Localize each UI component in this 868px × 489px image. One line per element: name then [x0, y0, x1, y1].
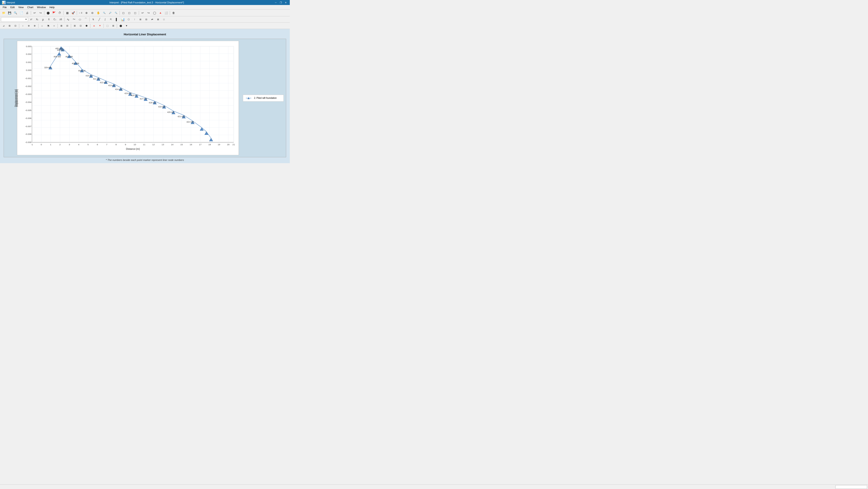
svg-text:6: 6: [97, 143, 98, 146]
tb3-17[interactable]: ⬚: [104, 23, 110, 28]
restore-button[interactable]: ❐: [278, 1, 283, 4]
svg-text:4: 4: [78, 143, 80, 146]
menu-file[interactable]: File: [1, 5, 9, 9]
tb3-5[interactable]: ⊗: [26, 23, 31, 28]
tb3-6[interactable]: ⊕: [32, 23, 37, 28]
svg-text:15: 15: [180, 143, 183, 146]
tb-grid[interactable]: ▦: [64, 10, 70, 16]
tb3-13[interactable]: ⊡: [78, 23, 83, 28]
tb3-18[interactable]: ⊞: [111, 23, 116, 28]
tb-cu[interactable]: Cᵤ: [52, 17, 58, 22]
tb-rect[interactable]: ⬜: [163, 10, 169, 16]
tb-zoom-win[interactable]: 🔍: [101, 10, 107, 16]
tb-select1[interactable]: ◻: [121, 10, 126, 16]
tb-x-icon[interactable]: x²: [29, 17, 34, 22]
tb3-11[interactable]: ⊟: [64, 23, 70, 28]
tb3-7[interactable]: ⌂: [39, 23, 45, 28]
tb-disp[interactable]: ⇅: [91, 17, 96, 22]
tb-wave2[interactable]: 〜: [71, 17, 77, 22]
tb3-8[interactable]: ⬔: [45, 23, 51, 28]
title-bar: 📊 Interpret Interpret - [Piled Raft Foun…: [0, 0, 290, 5]
sep-2: [44, 11, 44, 15]
tb-open[interactable]: 📁: [1, 10, 6, 16]
tb3-15[interactable]: 🔺: [91, 23, 97, 28]
menu-chart[interactable]: Chart: [25, 5, 35, 9]
tb3-9[interactable]: ⟢: [51, 23, 57, 28]
tb-zoom-out[interactable]: ⊖: [90, 10, 95, 16]
tb-print-preview[interactable]: 📄: [19, 10, 24, 16]
tb-pm6[interactable]: ±6: [58, 17, 63, 22]
tb-bar[interactable]: ▌: [114, 17, 120, 22]
style-dropdown[interactable]: ▼: [1, 17, 28, 22]
tb-undo[interactable]: ↩: [32, 10, 37, 16]
menu-view[interactable]: View: [17, 5, 26, 9]
tb-oval[interactable]: ⬭: [77, 17, 83, 22]
tb-6[interactable]: 6: [46, 17, 52, 22]
menu-window[interactable]: Window: [35, 5, 48, 9]
tb-timer[interactable]: ⏱: [57, 10, 62, 16]
tb-zoom-ext[interactable]: ↔⇕: [78, 10, 83, 16]
sep-3: [63, 11, 64, 15]
tb3-14[interactable]: ⬟: [84, 23, 89, 28]
tb3-arrow[interactable]: ▼: [124, 23, 129, 28]
app-name: Interpret: [6, 1, 15, 4]
tb-mesh[interactable]: ⊞: [138, 17, 143, 22]
tb-launch[interactable]: 🚀: [70, 10, 76, 16]
tb-dot-grid[interactable]: ⁝: [132, 17, 137, 22]
tb-subscript[interactable]: X₁: [34, 17, 40, 22]
tb3-2[interactable]: ⊞: [7, 23, 12, 28]
tb-arrows[interactable]: ⇄: [149, 17, 155, 22]
tb-select3[interactable]: ◻: [132, 10, 138, 16]
svg-text:410-411: 410-411: [86, 75, 93, 77]
svg-text:416-417: 416-417: [131, 94, 138, 96]
tb3-4[interactable]: ↕: [20, 23, 26, 28]
tb3-3[interactable]: ⊡: [13, 23, 18, 28]
tb3-12[interactable]: ⊞: [72, 23, 78, 28]
tb-mu[interactable]: μ: [40, 17, 46, 22]
tb-curve[interactable]: ⌒: [83, 17, 89, 22]
tb3-1[interactable]: ⊿: [1, 23, 6, 28]
minimize-button[interactable]: ─: [274, 1, 278, 4]
tb-grid2[interactable]: ⊠: [155, 17, 161, 22]
tb-zoom-all[interactable]: 🔍: [113, 10, 119, 16]
tb-undo2[interactable]: ↩: [140, 10, 145, 16]
tb-wave[interactable]: ∿: [65, 17, 71, 22]
tb3-10[interactable]: ⊠: [59, 23, 64, 28]
menu-help[interactable]: Help: [48, 5, 56, 9]
tb-line[interactable]: ╱: [96, 17, 102, 22]
tb-save[interactable]: 💾: [7, 10, 12, 16]
tb-zoom-prev[interactable]: 🔎: [107, 10, 113, 16]
svg-text:-1: -1: [31, 143, 33, 146]
svg-text:-0.004: -0.004: [25, 101, 31, 103]
tb-flag[interactable]: 🚩: [51, 10, 57, 16]
dropdown-value: [2, 18, 3, 21]
tb-delete[interactable]: 🗑: [171, 10, 176, 16]
tb-circle[interactable]: ⬤: [45, 10, 51, 16]
chart-plot-area[interactable]: 0.003 0.002 0.001 0.000 -0.001 -0.002 -0…: [17, 41, 239, 155]
toolbar-1: 📁 💾 🔍 📄 🖨 ↩ ↪ ⬤ 🚩 ⏱ ▦ 🚀 ↔⇕ ⊕ ⊖ ✋ 🔍 🔎 🔍 ◻…: [0, 9, 290, 16]
svg-text:0.000: 0.000: [26, 69, 32, 71]
tb-print[interactable]: 🖨: [25, 10, 30, 16]
tb-square[interactable]: □: [161, 17, 167, 22]
tb3-19[interactable]: ⬤: [118, 23, 123, 28]
tb-select2[interactable]: ◻: [127, 10, 132, 16]
tb-circ2[interactable]: ◯: [152, 10, 157, 16]
tb-zoom-in[interactable]: ⊕: [84, 10, 89, 16]
close-button[interactable]: ✕: [283, 1, 288, 4]
tb-search[interactable]: 🔍: [13, 10, 18, 16]
tb-pan[interactable]: ✋: [96, 10, 101, 16]
svg-text:414-415: 414-415: [115, 88, 122, 90]
svg-text:18: 18: [208, 143, 211, 146]
svg-text:421-422: 421-422: [178, 115, 185, 118]
chart-title: Horizontal Liner Displacement: [124, 33, 166, 36]
tb-hex[interactable]: ⬡: [126, 17, 131, 22]
tb-redo2[interactable]: ↪: [146, 10, 151, 16]
tb3-16[interactable]: 🔻: [97, 23, 102, 28]
tb-redo[interactable]: ↪: [38, 10, 43, 16]
tb-mesh2[interactable]: ⊟: [144, 17, 149, 22]
tb-curve2[interactable]: ∫: [102, 17, 108, 22]
tb-chart-bar[interactable]: 📊: [120, 17, 125, 22]
menu-edit[interactable]: Edit: [9, 5, 17, 9]
tb-tri[interactable]: 🔺: [158, 10, 163, 16]
tb-arrow[interactable]: ⇱: [108, 17, 114, 22]
